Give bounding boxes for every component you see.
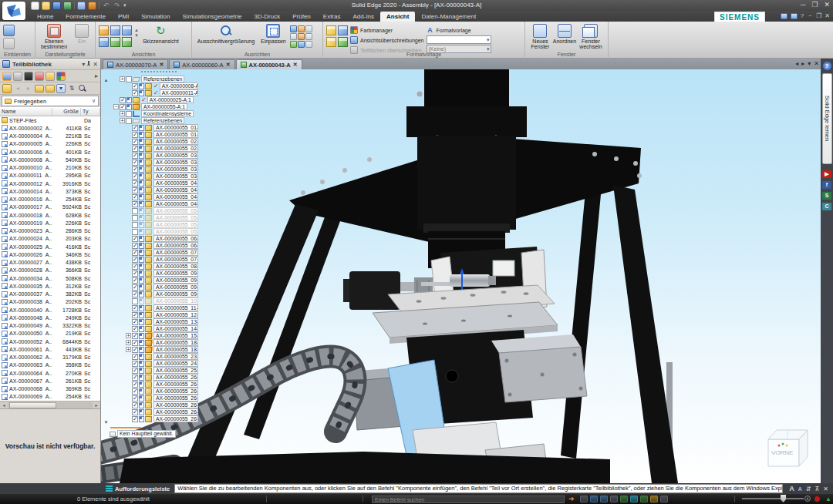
file-row[interactable]: AX-00000037_A.. 382KB Sc <box>0 291 100 298</box>
pathfinder-item[interactable]: ✓ AX-00000055_04-A:3 <box>110 193 198 200</box>
file-row[interactable]: AX-00000061_A.. 443KB Sc <box>0 345 100 353</box>
show-checkbox[interactable] <box>132 368 138 374</box>
select-mode-icon[interactable] <box>660 496 668 502</box>
youtube-icon[interactable]: ▶ <box>822 170 831 178</box>
file-row[interactable]: AX-00000005_A.. 226KB Sc <box>0 140 100 148</box>
pathfinder-item[interactable]: ✓ AX-00000055_15-A:1 <box>110 332 198 339</box>
pathfinder-item[interactable]: ✓ Referenzebenen <box>110 76 198 82</box>
new-document-icon[interactable] <box>31 2 39 10</box>
file-row[interactable]: AX-00000034_A.. 508KB Sc <box>0 274 100 282</box>
expand-toggle-icon[interactable] <box>120 76 125 82</box>
ribbon-tab[interactable]: Formelemente <box>59 12 112 22</box>
ribbon-display-icon[interactable] <box>781 13 787 19</box>
rotate-view-icon[interactable] <box>630 496 638 502</box>
file-row[interactable]: AX-00000017_A.. 5924KB Sc <box>0 203 100 211</box>
zoom-slider-track[interactable] <box>742 498 804 499</box>
doc-close-icon[interactable]: ✕ <box>825 12 830 20</box>
redo-icon[interactable]: ↷ <box>113 2 121 10</box>
ausschnittvergroesserung-button[interactable]: Ausschnittvergrößerung <box>195 23 257 45</box>
show-checkbox[interactable] <box>126 111 132 117</box>
ribbon-tab[interactable]: Extras <box>317 12 347 22</box>
expand-toggle-icon[interactable] <box>113 104 119 109</box>
show-checkbox[interactable] <box>132 305 138 311</box>
pathfinder-item[interactable]: ✓ AX-00000055_02-A:2 <box>110 145 198 152</box>
file-row[interactable]: AX-00000024_A.. 203KB Sc <box>0 235 100 243</box>
style-icon[interactable] <box>298 41 305 48</box>
show-checkbox[interactable] <box>132 402 138 408</box>
show-checkbox[interactable] <box>132 326 138 332</box>
prompt-pin-icon[interactable]: ⊼ <box>814 486 819 492</box>
right-view-icon[interactable] <box>99 37 109 47</box>
maximize-view-icon[interactable]: ▲ <box>825 496 831 502</box>
pathfinder-item[interactable]: ✓ AX-00000055_09-A:1 <box>110 270 198 277</box>
ansichtsueberschreibungen-button[interactable]: Ansichtsüberschreibungen <box>350 35 424 45</box>
common-views-icon[interactable] <box>650 496 658 502</box>
spin-icon[interactable] <box>290 33 297 40</box>
show-checkbox[interactable] <box>126 76 132 82</box>
file-row[interactable]: AX-00000011_A.. 295KB Sc <box>0 172 100 180</box>
show-checkbox[interactable] <box>132 146 138 152</box>
pathfinder-item[interactable]: ✓ AX-00000055_18-A:1 <box>110 339 198 346</box>
file-row[interactable]: AX-00000016_A.. 254KB Sc <box>0 196 100 203</box>
show-checkbox[interactable] <box>132 409 138 415</box>
pathfinder-item[interactable]: ✓ Koordinatensysteme <box>110 110 198 117</box>
pathfinder-item[interactable]: ✓ AX-00000055_06-A:1 <box>110 235 198 242</box>
file-row[interactable]: AX-00000012_A.. 3916KB Sc <box>0 180 100 187</box>
file-row[interactable]: AX-00000069_A.. 254KB Sc <box>0 393 100 401</box>
up-folder-icon[interactable] <box>35 85 44 92</box>
alerts-tab-icon[interactable] <box>35 72 44 81</box>
pathfinder-item[interactable]: ✓ AX-00000055_12-A:1 <box>110 311 198 318</box>
file-row[interactable]: AX-00000027_A.. 438KB Sc <box>0 259 100 267</box>
einpassen-button[interactable]: Einpassen <box>259 23 288 45</box>
show-checkbox[interactable] <box>132 319 138 325</box>
scroll-left-icon[interactable]: ◂ <box>0 402 8 408</box>
show-checkbox[interactable] <box>132 347 138 353</box>
pathfinder-item[interactable]: ✓ AX-00000055_14-A:1 <box>110 325 198 332</box>
expand-toggle-icon[interactable] <box>126 347 131 352</box>
show-checkbox[interactable] <box>132 139 138 145</box>
tree-scroll-up-icon[interactable]: ▲ <box>103 77 110 84</box>
learn-help-icon[interactable]: ? <box>823 62 831 70</box>
pathfinder-item[interactable]: ✓ AX-00000055_09-A:2 <box>110 277 198 284</box>
pathfinder-item[interactable]: ✓ AX-00000055_09-A:4 <box>110 291 198 297</box>
show-checkbox[interactable] <box>132 166 138 173</box>
forward-icon[interactable]: ▸ <box>24 84 33 93</box>
pathfinder-item[interactable]: ✓ AX-00000055_25-A:1 <box>110 367 198 374</box>
file-row[interactable]: AX-00000026_A.. 346KB Sc <box>0 250 100 258</box>
command-search-input[interactable] <box>373 496 564 502</box>
pathfinder-item[interactable]: ✓ AX-00000025-A:1 <box>110 96 198 103</box>
pathfinder-item-label[interactable]: AX-00000055_26-A:7 <box>153 415 198 423</box>
file-row[interactable]: STEP-Files Da <box>0 116 100 124</box>
ribbon-tab[interactable]: Home <box>31 12 59 22</box>
part-library-tab-icon[interactable] <box>2 72 12 81</box>
pathfinder-item[interactable]: ✓ AX-00000055_18-A:2 <box>110 346 198 353</box>
file-row[interactable]: AX-00000038_A.. 202KB Sc <box>0 298 100 306</box>
file-row[interactable]: AX-00000028_A.. 366KB Sc <box>0 267 100 274</box>
show-checkbox[interactable] <box>132 180 138 186</box>
hide-all-icon[interactable] <box>3 38 15 49</box>
pathfinder-tab-icon[interactable] <box>13 72 22 81</box>
pathfinder-item[interactable]: ✓ AX-00000055_03-A:1 <box>110 152 198 159</box>
front-view-icon[interactable] <box>110 37 120 47</box>
ribbon-tab[interactable]: Ansicht <box>380 12 415 22</box>
screenshot-icon[interactable] <box>580 496 588 502</box>
left-view-icon[interactable] <box>122 25 132 35</box>
layers-tab-icon[interactable] <box>46 72 55 81</box>
font-increase-icon[interactable]: A <box>789 485 794 492</box>
prompt-close-icon[interactable]: ✕ <box>823 486 828 492</box>
neues-fenster-button[interactable]: Neues Fenster <box>528 23 552 50</box>
show-checkbox[interactable] <box>132 90 138 96</box>
pathfinder-item[interactable]: ✓ AX-00000055_03-A:4 <box>110 173 198 180</box>
qat-dropdown-icon[interactable]: ▾ <box>123 2 126 8</box>
show-checkbox[interactable] <box>120 97 126 103</box>
file-row[interactable]: AX-00000064_A.. 270KB Sc <box>0 369 100 377</box>
pathfinder-item[interactable]: ✓ AX-00000055_26-A:3 <box>110 388 198 395</box>
pathfinder-item[interactable]: ✓ AX-00000055_05-A:2 <box>110 214 198 221</box>
show-checkbox[interactable] <box>132 284 138 291</box>
ribbon-tab[interactable]: Prüfen <box>286 12 317 22</box>
share-icon[interactable] <box>63 2 72 10</box>
scroll-messages-icon[interactable]: ⇵ <box>806 486 811 492</box>
part-painter-icon[interactable] <box>326 25 336 35</box>
texture-icon[interactable] <box>338 37 348 47</box>
assembly-model[interactable]: VORNE <box>101 69 821 483</box>
